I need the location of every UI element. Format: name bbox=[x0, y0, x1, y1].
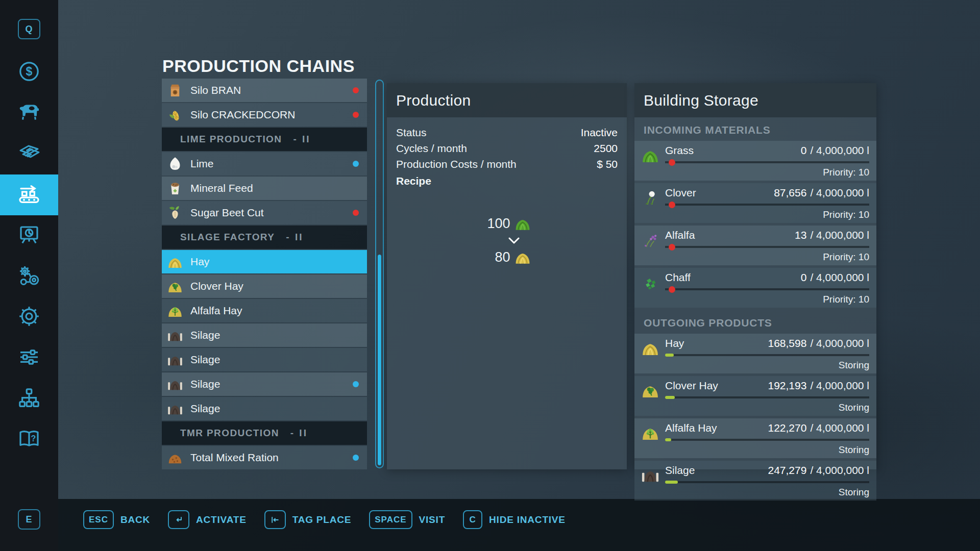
conveyor-icon bbox=[17, 182, 41, 208]
tmr-icon bbox=[166, 448, 184, 467]
sidebar-item-production-chains[interactable] bbox=[0, 174, 58, 215]
material-amount: 0 bbox=[801, 144, 807, 157]
sidebar-item-contracts[interactable] bbox=[0, 134, 58, 174]
production-chain-label: Clover Hay bbox=[190, 280, 243, 292]
sidebar-item-general-settings[interactable] bbox=[0, 297, 58, 338]
sidebar-item-help[interactable]: ? bbox=[0, 419, 58, 460]
sidebar-item-statistics[interactable] bbox=[0, 215, 58, 256]
sidebar-item-garage[interactable] bbox=[0, 256, 58, 297]
hay-icon bbox=[640, 337, 661, 359]
outgoing-storage-row: Silage247,279/ 4,000,000 lStoring bbox=[634, 461, 876, 500]
enter-key-icon bbox=[168, 510, 189, 529]
material-capacity: / 4,000,000 l bbox=[810, 337, 869, 349]
production-chain-item[interactable]: Mineral Feed bbox=[162, 177, 367, 200]
hide-inactive-button[interactable]: CHIDE INACTIVE bbox=[463, 510, 566, 529]
fill-level-value bbox=[665, 396, 675, 399]
sidebar-item-animals[interactable] bbox=[0, 93, 58, 134]
activity-dot-blue bbox=[353, 161, 359, 167]
priority-slider-handle[interactable] bbox=[669, 244, 675, 251]
production-chain-item[interactable]: Hay bbox=[162, 250, 367, 273]
material-name: Clover bbox=[665, 187, 696, 199]
material-amount: 87,656 bbox=[774, 187, 806, 199]
activity-dot-none bbox=[353, 332, 359, 338]
incoming-storage-row: Chaff0/ 4,000,000 lPriority: 10 bbox=[634, 268, 876, 308]
silage-icon bbox=[166, 375, 184, 393]
production-chain-item[interactable]: Silo CRACKEDCORN bbox=[162, 103, 367, 127]
toolbar-button-label: ACTIVATE bbox=[196, 514, 247, 525]
visit-button[interactable]: SPACEVISIT bbox=[369, 510, 445, 529]
lime-icon bbox=[166, 155, 184, 173]
status-row: Status Inactive bbox=[387, 124, 627, 140]
group-header-suffix: - II bbox=[286, 232, 303, 243]
scrollbar-thumb[interactable] bbox=[378, 255, 381, 465]
production-chains-screen: Q $? E PRODUCTION CHAINS Silo BRANSilo C… bbox=[0, 0, 980, 551]
hay-icon bbox=[513, 247, 532, 267]
production-chain-item[interactable]: Total Mixed Ration bbox=[162, 446, 367, 469]
silage-icon bbox=[166, 399, 184, 418]
production-chain-label: Hay bbox=[190, 256, 209, 268]
activity-dot-none bbox=[353, 308, 359, 314]
production-chain-item[interactable]: Silage bbox=[162, 348, 367, 371]
production-chain-item[interactable]: Silage bbox=[162, 323, 367, 347]
recipe-output: 80 bbox=[482, 247, 532, 267]
production-panel: Production Status Inactive Cycles / mont… bbox=[387, 83, 627, 469]
activity-dot-none bbox=[353, 406, 359, 412]
storing-note: Storing bbox=[640, 359, 869, 372]
space-key: SPACE bbox=[369, 510, 412, 529]
production-chain-label: Silage bbox=[190, 329, 220, 341]
fill-level-bar bbox=[665, 479, 869, 486]
silage-icon bbox=[166, 326, 184, 344]
production-chain-item[interactable]: Lime bbox=[162, 152, 367, 176]
production-chain-item[interactable]: Sugar Beet Cut bbox=[162, 201, 367, 224]
costs-row: Production Costs / month $ 50 bbox=[387, 156, 627, 172]
production-chain-label: Total Mixed Ration bbox=[190, 452, 279, 464]
corn-icon bbox=[166, 106, 184, 124]
bar-track bbox=[665, 354, 869, 356]
production-chain-item[interactable]: Clover Hay bbox=[162, 274, 367, 298]
incoming-storage-row: Grass0/ 4,000,000 lPriority: 10 bbox=[634, 141, 876, 181]
priority-slider-handle[interactable] bbox=[669, 286, 675, 293]
group-header-label: SILAGE FACTORY bbox=[180, 232, 275, 243]
priority-note: Priority: 10 bbox=[640, 251, 869, 264]
bar-track bbox=[665, 481, 869, 483]
toolbar-button-label: BACK bbox=[120, 514, 150, 525]
production-chain-item[interactable]: Silage bbox=[162, 372, 367, 396]
tab-key-icon bbox=[264, 510, 286, 529]
production-chain-item[interactable]: Silage bbox=[162, 397, 367, 420]
incoming-materials-header: INCOMING MATERIALS bbox=[634, 117, 876, 141]
priority-slider-handle[interactable] bbox=[669, 159, 675, 166]
production-group-header: SILAGE FACTORY- II bbox=[162, 226, 367, 249]
activate-button[interactable]: ACTIVATE bbox=[168, 510, 247, 529]
outgoing-storage-row: Clover Hay192,193/ 4,000,000 lStoring bbox=[634, 376, 876, 416]
svg-text:?: ? bbox=[31, 434, 36, 443]
storing-note: Storing bbox=[640, 443, 869, 457]
activity-dot-red bbox=[353, 112, 359, 118]
cycles-label: Cycles / month bbox=[396, 142, 467, 155]
material-amount: 247,279 bbox=[768, 464, 806, 477]
material-capacity: / 4,000,000 l bbox=[810, 187, 869, 199]
production-chain-item[interactable]: Silo BRAN bbox=[162, 79, 367, 102]
group-header-suffix: - II bbox=[290, 428, 308, 439]
material-name: Chaff bbox=[665, 271, 691, 284]
priority-note: Priority: 10 bbox=[640, 166, 869, 179]
fill-level-value bbox=[665, 481, 678, 484]
list-scrollbar[interactable] bbox=[375, 80, 384, 468]
silage-icon bbox=[640, 464, 661, 486]
group-header-suffix: - II bbox=[293, 134, 310, 145]
costs-value: $ 50 bbox=[597, 158, 618, 170]
production-chain-label: Alfalfa Hay bbox=[190, 305, 242, 317]
activity-dot-blue bbox=[353, 455, 359, 461]
costs-label: Production Costs / month bbox=[396, 158, 517, 170]
sidebar-item-game-settings[interactable] bbox=[0, 338, 58, 379]
production-chain-label: Silo CRACKEDCORN bbox=[190, 109, 295, 121]
production-group-header: LIME PRODUCTION- II bbox=[162, 128, 367, 151]
bar-track bbox=[665, 396, 869, 398]
tag-place-button[interactable]: TAG PLACE bbox=[264, 510, 352, 529]
sidebar-item-farms[interactable] bbox=[0, 379, 58, 419]
production-chain-item[interactable]: Alfalfa Hay bbox=[162, 299, 367, 322]
bar-track bbox=[665, 161, 869, 163]
back-button[interactable]: ESCBACK bbox=[83, 510, 150, 529]
clover-icon bbox=[640, 187, 661, 208]
priority-slider-handle[interactable] bbox=[669, 202, 675, 208]
sidebar-item-finances[interactable]: $ bbox=[0, 52, 58, 93]
